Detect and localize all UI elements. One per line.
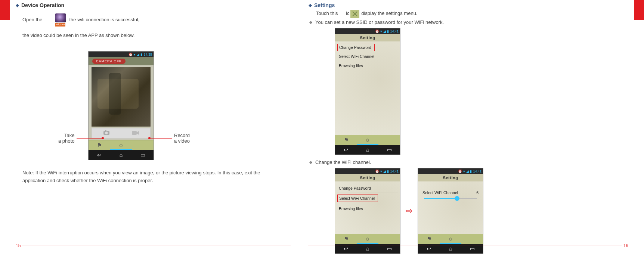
right-line-1c: display the settings menu. xyxy=(361,10,417,16)
alarm-icon: ⏰ xyxy=(129,53,133,56)
phone-navbar: ↩ ⌂ ▭ xyxy=(335,145,400,155)
arrow-right-icon: ⇨ xyxy=(406,207,412,215)
nav-back-icon[interactable]: ↩ xyxy=(335,145,357,155)
page-number-left: 15 xyxy=(16,243,21,248)
wifi-icon: ▾ xyxy=(463,170,465,173)
record-video-annotation: Record a video xyxy=(149,133,190,144)
bullet-ssid-text: You can set a new SSID or password for y… xyxy=(315,19,444,25)
menu-browsing-files[interactable]: Browsing files xyxy=(337,61,398,70)
wifi-icon: ▾ xyxy=(134,53,136,56)
wifi-channel-slider[interactable] xyxy=(424,198,477,199)
phone-toolbar: ⚑ ☼ xyxy=(418,234,483,244)
take-photo-anno-l1: Take xyxy=(58,133,74,138)
app-launcher-label: wifi_cam xyxy=(55,23,65,27)
wifi-icon: ▾ xyxy=(380,170,382,173)
flag-icon[interactable]: ⚑ xyxy=(335,234,357,244)
menu-change-password[interactable]: Change Password xyxy=(337,184,398,193)
status-time: 14:35 xyxy=(143,53,152,56)
sun-icon[interactable]: ☼ xyxy=(357,234,378,244)
right-section-title: Settings xyxy=(314,2,335,8)
slider-thumb[interactable] xyxy=(455,196,459,201)
signal-icon: ◢ xyxy=(383,170,386,173)
phone-status-bar: ⏰ ▾ ◢ ▮ 14:41 xyxy=(335,28,400,34)
right-line-1a: Touch this xyxy=(316,10,338,16)
phone-toolbar: ⚑ ☼ xyxy=(335,135,400,145)
alarm-icon: ⏰ xyxy=(375,170,379,173)
signal-icon: ◢ xyxy=(383,29,386,33)
phone-navbar: ↩ ⌂ ▭ xyxy=(89,150,154,160)
flag-icon[interactable]: ⚑ xyxy=(335,135,357,145)
left-note: Note: If the WiFi interruption occurs wh… xyxy=(22,169,276,185)
phone-title-setting: Setting xyxy=(335,34,400,41)
tools-icon[interactable] xyxy=(378,234,400,244)
bullet-channel-text: Change the WiFi channel. xyxy=(315,159,371,165)
menu-change-password[interactable]: Change Password xyxy=(337,44,375,51)
phone-channel-slider: ⏰ ▾ ◢ ▮ 14:42 Setting Select WiFi Channe… xyxy=(418,168,483,254)
take-photo-anno-l2: a photo xyxy=(58,138,74,144)
status-time: 14:41 xyxy=(390,170,399,173)
sun-icon[interactable]: ☼ xyxy=(440,234,461,244)
record-video-anno-l2: a video xyxy=(174,138,190,144)
phone-title-setting: Setting xyxy=(335,174,400,181)
left-line-1b: the wifi connection is successful, xyxy=(69,16,140,24)
take-photo-button[interactable] xyxy=(103,130,110,137)
phone-toolbar: ⚑ ☼ xyxy=(335,234,400,244)
left-heading-row: ◆ Device Operation xyxy=(16,2,306,8)
menu-select-wifi-channel[interactable]: Select WiFi Channel xyxy=(337,52,398,61)
left-line-2: the video could be seen in the APP as sh… xyxy=(22,32,306,40)
camera-off-badge: CAMERA OFF xyxy=(92,59,126,64)
nav-home-icon[interactable]: ⌂ xyxy=(110,150,132,160)
sun-icon[interactable]: ☼ xyxy=(110,140,132,150)
camera-lens-icon xyxy=(55,13,66,22)
alarm-icon: ⏰ xyxy=(375,29,379,33)
nav-recent-icon[interactable]: ▭ xyxy=(132,150,154,160)
take-photo-annotation: Take a photo xyxy=(58,133,103,144)
plus-bullet-icon: ✤ xyxy=(309,21,312,25)
right-column: ◆ Settings Touch this ic display the set… xyxy=(308,0,633,254)
nav-home-icon[interactable]: ⌂ xyxy=(357,145,378,155)
camera-off-bar: CAMERA OFF xyxy=(89,57,154,65)
footer-rule-right xyxy=(308,246,622,246)
bullet-channel: ✤ Change the WiFi channel. xyxy=(309,159,633,165)
phone-settings-change-password: ⏰ ▾ ◢ ▮ 14:41 Setting Change Password Se… xyxy=(335,28,400,155)
nav-back-icon[interactable]: ↩ xyxy=(89,150,110,160)
phone-slider-body: Select WiFi Channel 6 xyxy=(418,181,483,234)
svg-rect-2 xyxy=(105,130,106,131)
wifi-icon: ▾ xyxy=(380,29,382,33)
annotation-line-right xyxy=(149,138,172,139)
battery-icon: ▮ xyxy=(387,29,389,33)
camera-live-view xyxy=(92,67,151,127)
battery-icon: ▮ xyxy=(387,170,389,173)
right-line-1mid-pre: ic xyxy=(346,10,349,16)
svg-rect-3 xyxy=(132,131,137,135)
signal-icon: ◢ xyxy=(466,170,469,173)
left-line-1: Open the wifi_cam the wifi connection is… xyxy=(22,13,306,27)
phone-camera-app: ⏰ ▾ ◢ ▮ 14:35 CAMERA OFF ⚑ ☼ xyxy=(88,51,154,160)
nav-recent-icon[interactable]: ▭ xyxy=(378,145,400,155)
slider-value: 6 xyxy=(476,190,479,195)
record-video-button[interactable] xyxy=(132,130,139,137)
phone-status-bar: ⏰ ▾ ◢ ▮ 14:35 xyxy=(89,52,154,57)
annotation-line-left xyxy=(77,138,103,139)
record-video-anno-l1: Record xyxy=(174,133,190,138)
left-section-title: Device Operation xyxy=(21,2,64,8)
menu-browsing-files[interactable]: Browsing files xyxy=(337,204,398,213)
phone-status-bar: ⏰ ▾ ◢ ▮ 14:41 xyxy=(335,168,400,174)
plus-bullet-icon: ✤ xyxy=(309,161,312,165)
svg-point-1 xyxy=(105,132,108,134)
alarm-icon: ⏰ xyxy=(458,170,462,173)
phone-settings-select-channel: ⏰ ▾ ◢ ▮ 14:41 Setting Change Password Se… xyxy=(335,168,400,254)
signal-icon: ◢ xyxy=(137,53,139,56)
menu-select-wifi-channel[interactable]: Select WiFi Channel xyxy=(337,195,378,202)
red-accent-right xyxy=(634,0,644,20)
tools-icon[interactable] xyxy=(378,135,400,145)
left-line-1a: Open the xyxy=(22,16,43,24)
sun-icon[interactable]: ☼ xyxy=(357,135,378,145)
battery-icon: ▮ xyxy=(140,53,142,56)
tools-icon[interactable] xyxy=(461,234,483,244)
phone-settings-body: Change Password Select WiFi Channel Brow… xyxy=(335,181,400,234)
red-accent-left xyxy=(0,0,10,20)
left-column: ◆ Device Operation Open the wifi_cam the… xyxy=(15,0,306,185)
diamond-bullet-icon: ◆ xyxy=(309,3,312,8)
flag-icon[interactable]: ⚑ xyxy=(418,234,440,244)
